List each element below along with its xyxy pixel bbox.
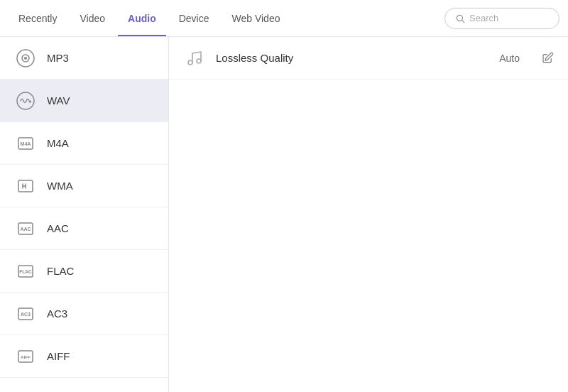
format-row-edit-button[interactable] [541, 52, 554, 65]
m4a-icon: M4A [14, 132, 37, 155]
sidebar-item-ac3[interactable]: AC3 AC3 [0, 293, 168, 335]
svg-point-17 [188, 60, 192, 65]
tab-device[interactable]: Device [169, 0, 219, 36]
sidebar-item-label-m4a: M4A [47, 137, 69, 149]
search-box[interactable] [444, 8, 559, 29]
svg-point-18 [197, 59, 201, 63]
tab-bar: RecentlyVideoAudioDeviceWeb Video [0, 0, 568, 37]
svg-point-4 [24, 57, 27, 60]
sidebar-item-label-aac: AAC [47, 222, 69, 234]
svg-text:AAC: AAC [20, 227, 31, 232]
tab-audio[interactable]: Audio [118, 0, 166, 36]
svg-text:FLAC: FLAC [19, 269, 32, 274]
svg-point-0 [457, 15, 462, 21]
ac3-icon: AC3 [14, 303, 37, 325]
sidebar-item-label-aiff: AIFF [47, 350, 70, 362]
mp3-icon [14, 47, 37, 70]
wav-icon [14, 89, 37, 112]
sidebar-item-aiff[interactable]: AIFF AIFF [0, 335, 168, 378]
sidebar-item-label-flac: FLAC [47, 265, 74, 277]
search-input[interactable] [469, 13, 549, 23]
sidebar-item-mp3[interactable]: MP3 [0, 37, 168, 80]
sidebar-item-m4a[interactable]: M4A M4A [0, 122, 168, 165]
right-panel: Lossless QualityAuto [169, 37, 568, 392]
main-content: MP3 WAV M4A M4A WMA AAC AAC FLAC FLAC AC… [0, 37, 568, 392]
sidebar-item-aac[interactable]: AAC AAC [0, 207, 168, 250]
sidebar-item-label-ac3: AC3 [47, 307, 67, 320]
sidebar-item-flac[interactable]: FLAC FLAC [0, 250, 168, 293]
svg-point-5 [17, 92, 34, 109]
svg-text:AC3: AC3 [21, 312, 31, 317]
aac-icon: AAC [14, 217, 37, 240]
flac-icon: FLAC [14, 260, 37, 283]
tab-webvideo[interactable]: Web Video [222, 0, 290, 36]
svg-text:AIFF: AIFF [21, 355, 31, 359]
search-icon [455, 13, 465, 23]
svg-line-1 [462, 20, 464, 22]
sidebar: MP3 WAV M4A M4A WMA AAC AAC FLAC FLAC AC… [0, 37, 169, 392]
sidebar-item-wav[interactable]: WAV [0, 80, 168, 122]
tab-video[interactable]: Video [70, 0, 115, 36]
sidebar-item-label-wma: WMA [47, 180, 73, 192]
svg-text:M4A: M4A [21, 141, 31, 146]
sidebar-item-label-wav: WAV [47, 94, 70, 107]
wma-icon [14, 175, 37, 197]
sidebar-item-label-mp3: MP3 [47, 52, 69, 64]
sidebar-item-wma[interactable]: WMA [0, 165, 168, 207]
format-row-name: Lossless Quality [216, 52, 489, 64]
tab-recently[interactable]: Recently [9, 0, 67, 36]
format-row-quality: Auto [499, 53, 520, 64]
format-row-0: Lossless QualityAuto [169, 37, 568, 80]
aiff-icon: AIFF [14, 345, 37, 368]
format-music-icon [183, 47, 206, 70]
